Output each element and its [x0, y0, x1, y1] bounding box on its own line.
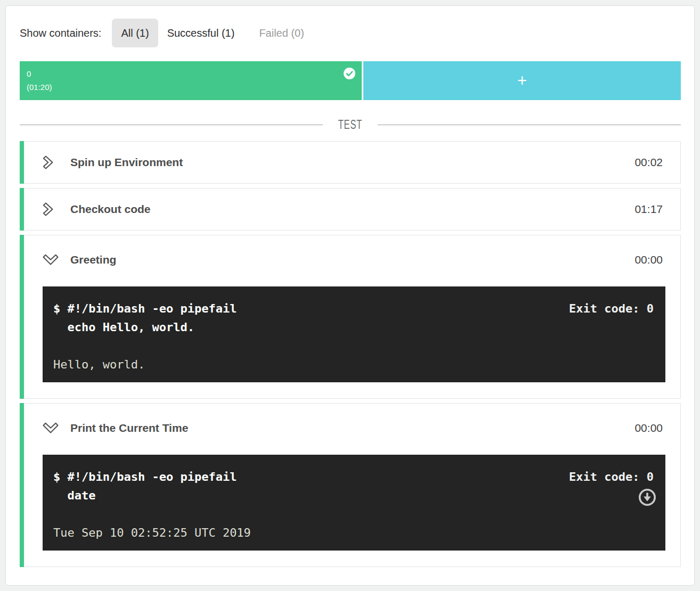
container-filter-row: Show containers: All (1) Successful (1) … [20, 19, 681, 47]
chevron-right-icon [42, 154, 61, 170]
divider-line-left [20, 125, 323, 125]
step-header[interactable]: Greeting 00:00 [20, 235, 680, 284]
chevron-down-icon [42, 421, 61, 435]
plus-icon: + [517, 71, 527, 91]
output-line: Tue Sep 10 02:52:25 UTC 2019 [53, 523, 655, 542]
step-row-greeting: Greeting 00:00 $ #!/bin/bash -eo pipefai… [20, 235, 681, 399]
container-index: 0 [27, 67, 355, 80]
step-row-checkout-code: Checkout code 01:17 [20, 188, 681, 231]
divider-line-right [378, 125, 681, 125]
step-title: Greeting [70, 253, 634, 266]
step-status-accent [20, 403, 24, 567]
command-line: $ #!/bin/bash -eo pipefail [53, 299, 655, 318]
terminal-output-greeting: $ #!/bin/bash -eo pipefail echo Hello, w… [43, 286, 665, 382]
filter-successful-button[interactable]: Successful (1) [158, 19, 244, 47]
exit-code-label: Exit code: 0 [569, 299, 654, 318]
container-bar-row: 0 (01:20) + [20, 61, 681, 100]
chevron-right-icon [42, 201, 61, 217]
container-duration: (01:20) [27, 80, 355, 94]
chevron-down-icon [42, 253, 61, 267]
section-title: TEST [338, 118, 362, 132]
step-status-accent [20, 235, 24, 399]
step-title: Print the Current Time [70, 422, 634, 434]
command-line: date [53, 486, 655, 505]
step-status-accent [20, 141, 24, 184]
step-duration: 00:00 [634, 422, 663, 434]
step-duration: 00:00 [634, 253, 663, 266]
step-duration: 01:17 [634, 203, 663, 216]
filter-failed-button[interactable]: Failed (0) [250, 19, 313, 47]
step-header[interactable]: Checkout code 01:17 [20, 188, 680, 230]
step-list: Spin up Environment 00:02 Checkout code … [20, 141, 681, 567]
step-row-spin-up-environment: Spin up Environment 00:02 [20, 141, 681, 184]
show-containers-label: Show containers: [20, 27, 101, 39]
terminal-blank-line [53, 336, 655, 355]
step-row-print-current-time: Print the Current Time 00:00 $ #!/bin/ba… [20, 403, 681, 567]
command-line: echo Hello, world. [53, 318, 655, 336]
output-line: Hello, world. [53, 355, 655, 374]
download-log-button[interactable] [638, 488, 657, 507]
step-duration: 00:02 [634, 156, 663, 169]
container-tab-0[interactable]: 0 (01:20) [20, 61, 362, 100]
test-section-divider: TEST [20, 118, 681, 131]
step-title: Checkout code [70, 203, 634, 216]
add-container-button[interactable]: + [363, 61, 681, 100]
container-meta: 0 (01:20) [20, 61, 362, 100]
step-header[interactable]: Spin up Environment 00:02 [20, 142, 680, 183]
terminal-blank-line [53, 505, 655, 523]
terminal-output-print-current-time: $ #!/bin/bash -eo pipefail date Tue Sep … [43, 455, 665, 551]
exit-code-label: Exit code: 0 [569, 467, 654, 486]
job-steps-panel: Show containers: All (1) Successful (1) … [5, 5, 695, 586]
step-title: Spin up Environment [70, 156, 634, 169]
filter-all-button[interactable]: All (1) [112, 19, 158, 47]
step-header[interactable]: Print the Current Time 00:00 [20, 404, 680, 453]
download-icon [638, 488, 657, 507]
command-line: $ #!/bin/bash -eo pipefail [53, 467, 655, 486]
step-status-accent [20, 188, 24, 231]
success-check-icon [343, 67, 356, 80]
